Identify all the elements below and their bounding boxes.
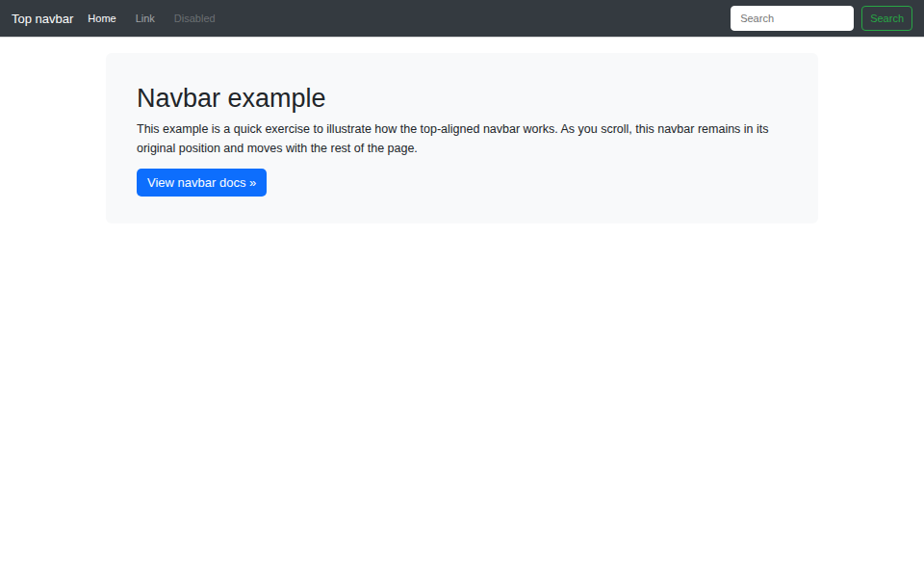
page-title: Navbar example — [137, 83, 787, 114]
top-navbar: Top navbar Home Link Disabled Search — [0, 0, 924, 37]
hero-description: This example is a quick exercise to illu… — [137, 119, 787, 158]
search-button[interactable]: Search — [861, 6, 912, 31]
nav-link-link[interactable]: Link — [126, 0, 165, 37]
search-form: Search — [731, 6, 912, 31]
search-input[interactable] — [731, 6, 854, 31]
hero-panel: Navbar example This example is a quick e… — [106, 53, 818, 223]
nav-item: Disabled — [165, 0, 225, 37]
main-container: Navbar example This example is a quick e… — [106, 53, 818, 223]
nav-link-disabled: Disabled — [165, 0, 225, 37]
nav-item: Link — [126, 0, 165, 37]
nav-link-home[interactable]: Home — [88, 0, 125, 37]
navbar-nav: Home Link Disabled — [88, 0, 224, 37]
nav-item: Home — [88, 0, 125, 37]
view-navbar-docs-button[interactable]: View navbar docs » — [137, 169, 267, 197]
navbar-brand[interactable]: Top navbar — [12, 12, 73, 26]
